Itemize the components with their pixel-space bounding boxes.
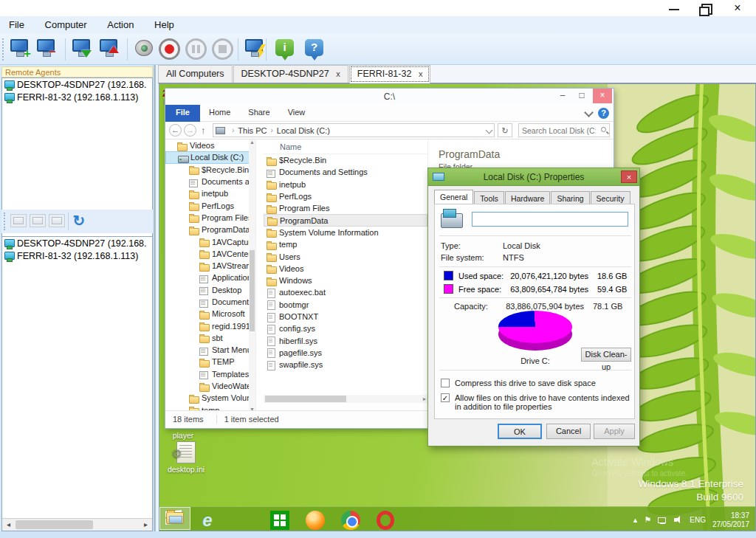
deploy-agent-button[interactable] (69, 37, 96, 62)
tree-item[interactable]: 1AVCenter (165, 248, 255, 260)
compress-checkbox-row[interactable]: Compress this drive to save disk space (441, 379, 630, 387)
file-row[interactable]: Windows (264, 275, 427, 286)
search-input[interactable] (522, 125, 596, 136)
file-row[interactable]: $Recycle.Bin (264, 154, 427, 166)
tree-item[interactable]: PerfLogs (165, 199, 255, 211)
tree-vscrollbar[interactable]: ▲ ▼ (249, 139, 255, 412)
file-row[interactable]: Users (264, 250, 427, 262)
volume-icon[interactable] (674, 516, 683, 524)
tree-item[interactable]: TEMP (165, 356, 255, 368)
compress-checkbox[interactable] (441, 379, 450, 387)
file-row[interactable]: temp (264, 238, 427, 250)
info-button[interactable]: i (272, 37, 298, 62)
file-row[interactable]: BOOTNXT (264, 311, 427, 323)
file-row[interactable]: config.sys (264, 323, 427, 334)
tray-expand-icon[interactable]: ▴ (633, 515, 638, 525)
close-icon[interactable]: × (726, 3, 749, 14)
help-button[interactable]: ? (301, 37, 328, 62)
file-row[interactable]: Documents and Settings (264, 166, 427, 178)
cancel-button[interactable]: Cancel (546, 424, 591, 439)
address-dropdown-icon[interactable] (486, 127, 493, 134)
tree-item[interactable]: ProgramData (165, 224, 255, 235)
tree-item[interactable]: Application D (165, 272, 255, 283)
file-row[interactable]: PerfLogs (264, 190, 427, 202)
explorer-titlebar[interactable]: C:\ – □ × (165, 89, 614, 105)
ribbon-collapse-chevron-icon[interactable] (584, 108, 594, 117)
remote-desktop-view[interactable]: 2017-05-27 at 18:37:23 player desktop.in… (159, 83, 756, 531)
file-row[interactable]: pagefile.sys (264, 347, 427, 359)
tree-item[interactable]: inetpub (165, 187, 255, 199)
record-button[interactable] (157, 37, 183, 62)
webcam-button[interactable] (131, 37, 158, 62)
file-row[interactable]: bootmgr (264, 299, 427, 311)
stop-button[interactable] (210, 37, 236, 62)
tree-item[interactable]: Templates (165, 368, 255, 380)
tab-close-icon[interactable]: x (336, 69, 340, 78)
firefox-icon[interactable] (306, 511, 325, 530)
agents-bottom-hscrollbar[interactable]: ◂ ▸ (2, 518, 152, 531)
file-row[interactable]: autoexec.bat (264, 286, 427, 298)
refresh-icon[interactable]: ↻ (69, 211, 89, 230)
agent-list-item[interactable]: FERRI-81-32 (192.168.1.113) (2, 91, 152, 103)
tree-item[interactable]: Desktop (165, 284, 255, 296)
file-row[interactable]: hiberfil.sys (264, 334, 427, 346)
explorer-close-icon[interactable]: × (593, 89, 612, 103)
ribbon-tab[interactable]: View (279, 105, 315, 122)
desktop-icon-desktopini[interactable]: desktop.ini (162, 441, 210, 474)
restore-icon[interactable] (694, 3, 716, 14)
scroll-thumb[interactable] (265, 396, 346, 402)
minimize-icon[interactable] (663, 3, 685, 14)
scroll-right-icon[interactable]: ▸ (140, 519, 152, 531)
ok-button[interactable]: OK (498, 424, 542, 439)
desktop-icon-player[interactable]: player (161, 431, 205, 440)
index-checkbox[interactable]: ✓ (441, 393, 450, 402)
tree-item[interactable]: Documents an (165, 176, 255, 187)
tree-item[interactable]: 1AVCapture (165, 235, 255, 247)
name-column-header[interactable]: Name (264, 139, 427, 154)
windows-store-icon[interactable] (270, 511, 289, 530)
tree-item[interactable]: Start Menu (165, 344, 255, 356)
view-layout-3-button[interactable] (49, 214, 65, 227)
menu-file[interactable]: File (0, 16, 33, 33)
explorer-help-icon[interactable]: ? (598, 108, 609, 119)
file-row[interactable]: swapfile.sys (264, 359, 427, 370)
apply-button[interactable]: Apply (594, 424, 635, 439)
menu-help[interactable]: Help (145, 16, 183, 33)
breadcrumb-this-pc[interactable]: This PC (238, 126, 267, 135)
tree-item[interactable]: System Volum (165, 392, 255, 404)
dialog-titlebar[interactable]: Local Disk (C:) Properties × (428, 168, 639, 186)
agent-list-item[interactable]: DESKTOP-4SDNP27 (192.168. (2, 237, 152, 249)
tree-item[interactable]: Documents (165, 296, 255, 308)
tree-item[interactable]: 1AVStreamer (165, 260, 255, 272)
remove-computer-button[interactable]: − (34, 37, 61, 62)
file-list-hscrollbar[interactable]: ▸ (264, 395, 427, 403)
file-row[interactable]: ProgramData (264, 214, 427, 226)
computer-tab[interactable]: All Computers (158, 65, 233, 83)
language-indicator[interactable]: ENG (690, 516, 706, 524)
up-icon[interactable]: ↑ (201, 125, 206, 136)
menu-computer[interactable]: Computer (36, 16, 96, 33)
scroll-left-icon[interactable]: ◂ (2, 519, 15, 531)
tree-item[interactable]: Local Disk (C:) (165, 151, 255, 163)
ribbon-tab[interactable]: Home (200, 105, 239, 122)
forward-icon[interactable]: → (184, 124, 196, 137)
file-row[interactable]: Program Files (264, 202, 427, 214)
agent-list-item[interactable]: FERRI-81-32 (192.168.1.113) (2, 249, 152, 262)
computer-tab[interactable]: FERRI-81-32 x (349, 65, 431, 83)
network-icon[interactable] (658, 516, 667, 524)
tree-item[interactable]: Program Files (165, 212, 255, 224)
index-checkbox-row[interactable]: ✓ Allow files on this drive to have cont… (441, 393, 630, 411)
opera-icon[interactable] (377, 511, 394, 530)
tree-item[interactable]: sbt (165, 332, 255, 344)
tree-item[interactable]: VideoWaterm (165, 380, 255, 392)
remote-power-button[interactable] (242, 37, 269, 62)
file-row[interactable]: inetpub (264, 179, 427, 190)
computer-tab[interactable]: DESKTOP-4SDNP27 x (233, 65, 348, 83)
tree-item[interactable]: $Recycle.Bin (165, 164, 255, 176)
file-row[interactable]: System Volume Information (264, 227, 427, 238)
search-box[interactable] (518, 123, 610, 137)
clock[interactable]: 18:37 27/05/2017 (712, 511, 749, 529)
breadcrumb[interactable]: › This PC › Local Disk (C:) (213, 123, 495, 137)
tab-close-icon[interactable]: x (419, 69, 423, 78)
breadcrumb-local-disk[interactable]: Local Disk (C:) (277, 126, 330, 135)
